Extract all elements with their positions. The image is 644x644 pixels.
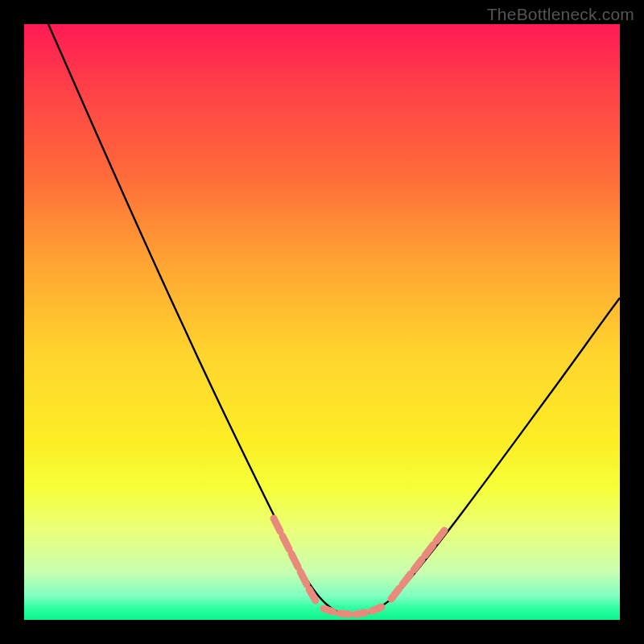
- svg-line-11: [414, 559, 422, 570]
- svg-line-1: [283, 536, 289, 549]
- svg-line-2: [291, 554, 298, 567]
- svg-line-6: [340, 613, 349, 614]
- chart-container: TheBottleneck.com: [0, 0, 644, 644]
- svg-line-9: [391, 588, 399, 599]
- dash-overlay: [274, 518, 444, 614]
- curve-layer: [24, 24, 620, 620]
- svg-line-5: [324, 609, 333, 612]
- svg-line-8: [372, 607, 382, 611]
- watermark-text: TheBottleneck.com: [487, 5, 634, 24]
- svg-line-13: [436, 530, 444, 541]
- svg-line-10: [402, 574, 411, 584]
- svg-line-12: [425, 545, 433, 555]
- svg-line-3: [300, 572, 307, 584]
- svg-line-7: [356, 613, 365, 614]
- svg-line-0: [274, 518, 280, 531]
- plot-area: [24, 24, 620, 620]
- primary-curve: [48, 24, 620, 615]
